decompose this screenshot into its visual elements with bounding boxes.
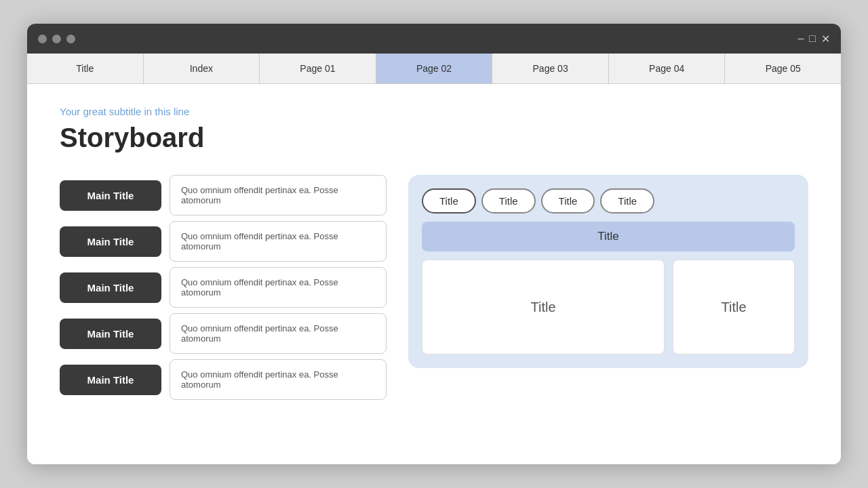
list-row: Main Title Quo omnium offendit pertinax … xyxy=(60,359,387,400)
widget-section: Title Title Title Title Title Title Titl… xyxy=(408,175,808,368)
traffic-light-close[interactable] xyxy=(38,35,47,43)
list-row: Main Title Quo omnium offendit pertinax … xyxy=(60,267,387,308)
traffic-light-maximize[interactable] xyxy=(66,35,75,43)
widget-tab-3[interactable]: Title xyxy=(541,188,595,214)
widget-tab-4[interactable]: Title xyxy=(600,188,654,214)
close-button[interactable]: ✕ xyxy=(821,33,830,45)
page-subtitle: Your great subtitle in this line xyxy=(60,106,808,117)
widget-tab-2[interactable]: Title xyxy=(481,188,536,214)
widget-card-large: Title xyxy=(422,260,665,354)
list-text-4: Quo omnium offendit pertinax ea. Posse a… xyxy=(170,313,387,354)
tab-page02[interactable]: Page 02 xyxy=(376,54,493,83)
main-title-btn-2[interactable]: Main Title xyxy=(60,226,161,257)
titlebar: – □ ✕ xyxy=(27,24,841,54)
main-title-btn-5[interactable]: Main Title xyxy=(60,365,161,395)
list-row: Main Title Quo omnium offendit pertinax … xyxy=(60,221,387,262)
widget-tab-1[interactable]: Title xyxy=(422,188,476,214)
tab-index[interactable]: Index xyxy=(144,54,260,83)
widget-header: Title xyxy=(422,222,795,251)
tab-page03[interactable]: Page 03 xyxy=(492,54,609,83)
maximize-button[interactable]: □ xyxy=(809,33,816,45)
traffic-light-minimize[interactable] xyxy=(52,35,61,43)
list-text-2: Quo omnium offendit pertinax ea. Posse a… xyxy=(170,221,387,262)
main-title-btn-1[interactable]: Main Title xyxy=(60,180,161,211)
traffic-lights xyxy=(38,35,75,43)
page-content: Your great subtitle in this line Storybo… xyxy=(27,84,841,464)
app-window: – □ ✕ Title Index Page 01 Page 02 Page 0… xyxy=(27,24,841,464)
list-row: Main Title Quo omnium offendit pertinax … xyxy=(60,313,387,354)
minimize-button[interactable]: – xyxy=(797,33,804,45)
list-section: Main Title Quo omnium offendit pertinax … xyxy=(60,175,387,400)
tab-page04[interactable]: Page 04 xyxy=(609,54,726,83)
tab-bar: Title Index Page 01 Page 02 Page 03 Page… xyxy=(27,54,841,84)
tab-title[interactable]: Title xyxy=(27,54,144,83)
list-text-1: Quo omnium offendit pertinax ea. Posse a… xyxy=(170,175,387,216)
main-title-btn-3[interactable]: Main Title xyxy=(60,272,161,303)
widget-body: Title Title xyxy=(422,260,795,354)
list-row: Main Title Quo omnium offendit pertinax … xyxy=(60,175,387,216)
widget-tabs: Title Title Title Title xyxy=(422,188,795,214)
main-title-btn-4[interactable]: Main Title xyxy=(60,319,161,349)
widget-card-small: Title xyxy=(673,260,795,354)
list-text-5: Quo omnium offendit pertinax ea. Posse a… xyxy=(170,359,387,400)
list-text-3: Quo omnium offendit pertinax ea. Posse a… xyxy=(170,267,387,308)
tab-page05[interactable]: Page 05 xyxy=(725,54,841,83)
layout-area: Main Title Quo omnium offendit pertinax … xyxy=(60,175,808,400)
page-heading: Storyboard xyxy=(60,123,808,153)
window-controls: – □ ✕ xyxy=(797,33,830,45)
tab-page01[interactable]: Page 01 xyxy=(260,54,376,83)
